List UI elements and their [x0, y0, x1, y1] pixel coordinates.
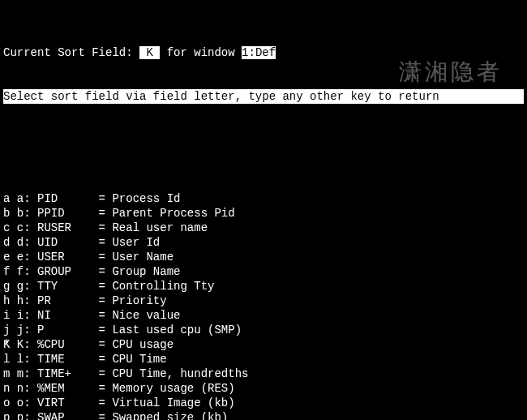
- field-row[interactable]: p p: SWAP = Swapped size (kb): [3, 410, 524, 420]
- field-row[interactable]: g g: TTY = Controlling Tty: [3, 279, 524, 294]
- field-line-text: d: UID = User Id: [3, 236, 160, 249]
- field-row[interactable]: n n: %MEM = Memory usage (RES): [3, 381, 524, 396]
- field-line-text: h: PR = Priority: [3, 294, 167, 307]
- field-line-text: m: TIME+ = CPU Time, hundredths: [3, 367, 248, 380]
- field-row[interactable]: l l: TIME = CPU Time: [3, 352, 524, 366]
- field-line-text: j: P = Last used cpu (SMP): [3, 324, 242, 336]
- blank-line: [3, 133, 524, 148]
- field-line-text: c: RUSER = Real user name: [3, 221, 208, 234]
- header-line-1: Current Sort Field: K for window 1:Def: [3, 45, 524, 60]
- field-row[interactable]: i i: NI = Nice value: [3, 308, 524, 323]
- field-row[interactable]: K* K: %CPU = CPU usage: [3, 337, 524, 352]
- field-line-text: p: SWAP = Swapped size (kb): [3, 411, 228, 420]
- field-row[interactable]: f f: GROUP = Group Name: [3, 264, 524, 279]
- field-line-text: b: PPID = Parent Process Pid: [3, 207, 235, 220]
- field-row[interactable]: d d: UID = User Id: [3, 235, 524, 250]
- watermark-text: 潇湘隐者: [399, 65, 503, 79]
- field-row[interactable]: m m: TIME+ = CPU Time, hundredths: [3, 366, 524, 381]
- terminal-screen[interactable]: Current Sort Field: K for window 1:Def S…: [0, 0, 527, 420]
- field-row[interactable]: o o: VIRT = Virtual Image (kb): [3, 396, 524, 410]
- field-line-text: g: TTY = Controlling Tty: [3, 280, 214, 293]
- field-line-text: i: NI = Nice value: [3, 309, 180, 322]
- field-line-text: o: VIRT = Virtual Image (kb): [3, 396, 235, 409]
- field-row[interactable]: e e: USER = User Name: [3, 250, 524, 264]
- header-prefix: Current Sort Field:: [3, 46, 139, 59]
- field-row[interactable]: c c: RUSER = Real user name: [3, 221, 524, 235]
- field-line-text: n: %MEM = Memory usage (RES): [3, 382, 235, 395]
- field-row[interactable]: a a: PID = Process Id: [3, 191, 524, 206]
- field-row[interactable]: b b: PPID = Parent Process Pid: [3, 206, 524, 221]
- field-row[interactable]: h h: PR = Priority: [3, 294, 524, 308]
- field-line-text: a: PID = Process Id: [3, 192, 180, 205]
- field-line-text: f: GROUP = Group Name: [3, 265, 180, 278]
- current-window: 1:Def: [242, 46, 276, 59]
- field-line-text: * K: %CPU = CPU usage: [3, 338, 174, 351]
- field-line-text: e: USER = User Name: [3, 251, 174, 264]
- field-line-text: l: TIME = CPU Time: [3, 353, 167, 366]
- current-sort-key: K: [139, 46, 160, 59]
- header-line-2: Select sort field via field letter, type…: [3, 89, 524, 104]
- field-list: a a: PID = Process Idb b: PPID = Parent …: [3, 191, 524, 420]
- field-row[interactable]: j j: P = Last used cpu (SMP): [3, 323, 524, 337]
- header-mid: for window: [160, 46, 242, 59]
